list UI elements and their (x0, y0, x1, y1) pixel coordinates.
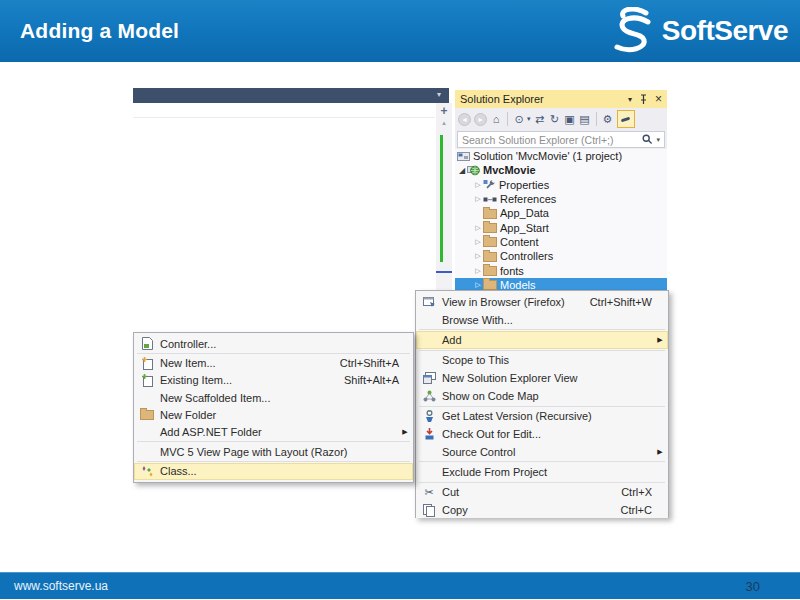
menu-item-existing-item[interactable]: Existing Item... Shift+Alt+A (134, 372, 413, 389)
search-dropdown-icon[interactable]: ▾ (656, 136, 660, 144)
existing-item-icon (134, 374, 160, 387)
tree-item-label: Properties (499, 179, 549, 191)
scrollbar-tracking-indicator (440, 135, 443, 262)
search-icon[interactable] (642, 134, 653, 145)
menu-item-label: Add (442, 334, 654, 346)
menu-item-new-item[interactable]: New Item... Ctrl+Shift+A (134, 355, 413, 372)
tree-item-label: Content (500, 236, 539, 248)
refresh-button[interactable]: ↻ (549, 112, 561, 126)
menu-item-label: Source Control (442, 446, 654, 458)
show-all-files-icon: ▣ (564, 113, 574, 126)
menu-item-new-folder[interactable]: New Folder (134, 406, 413, 423)
tree-item-properties[interactable]: ▷ Properties (455, 178, 667, 192)
menu-item-label: Existing Item... (160, 374, 344, 386)
menu-item-show-on-code-map[interactable]: Show on Code Map (416, 387, 668, 405)
menu-item-label: Add ASP.NET Folder (160, 426, 399, 438)
back-button[interactable]: ◂ (458, 113, 471, 126)
close-icon[interactable]: × (655, 94, 662, 104)
tree-item-mvcmovie[interactable]: ◢ MvcMovie (455, 163, 667, 177)
menu-item-get-latest-version[interactable]: Get Latest Version (Recursive) (416, 407, 668, 425)
tree-item-references[interactable]: ▷ References (455, 192, 667, 206)
expander-collapsed-icon[interactable]: ▷ (473, 238, 483, 246)
menu-item-cut[interactable]: ✂ Cut Ctrl+X (416, 483, 668, 501)
tree-item-content[interactable]: ▷ Content (455, 235, 667, 249)
menu-item-label: Exclude From Project (442, 466, 666, 478)
expander-collapsed-icon[interactable]: ▷ (473, 281, 483, 289)
menu-item-label: Scope to This (442, 354, 666, 366)
show-all-files-button[interactable]: ▣ (564, 112, 576, 126)
collapse-all-button[interactable]: ⊙ (513, 112, 525, 126)
menu-item-label: Check Out for Edit... (442, 428, 666, 440)
search-placeholder: Search Solution Explorer (Ctrl+;) (462, 134, 642, 146)
expander-collapsed-icon[interactable]: ▷ (473, 267, 483, 275)
chevron-down-icon[interactable]: ▾ (437, 90, 441, 100)
tree-item-controllers[interactable]: ▷ Controllers (455, 249, 667, 263)
tree-item-app-data[interactable]: App_Data (455, 206, 667, 220)
view-code-button[interactable]: ▤ (579, 112, 591, 126)
menu-item-label: Copy (442, 504, 621, 516)
search-input[interactable]: Search Solution Explorer (Ctrl+;) ▾ (457, 131, 665, 148)
collapse-all-dropdown-icon[interactable]: ▾ (527, 115, 531, 123)
properties-button[interactable]: ⚙ (602, 112, 614, 126)
scroll-up-icon[interactable]: ▲ (436, 120, 452, 126)
menu-item-shortcut: Ctrl+Shift+A (340, 357, 399, 369)
expander-collapsed-icon[interactable]: ▷ (473, 195, 483, 203)
new-view-icon (416, 372, 442, 384)
expander-expanded-icon[interactable]: ◢ (457, 166, 467, 175)
solution-explorer-titlebar[interactable]: Solution Explorer ▾ × (455, 90, 667, 108)
menu-item-shortcut: Ctrl+Shift+W (590, 296, 652, 308)
tree-item-label: Models (500, 279, 535, 291)
menu-item-exclude-from-project[interactable]: Exclude From Project (416, 463, 668, 481)
menu-item-label: New Item... (160, 357, 340, 369)
forward-button[interactable]: ▸ (474, 113, 487, 126)
tree-item-label: Controllers (500, 250, 553, 262)
menu-item-view-in-browser[interactable]: View in Browser (Firefox) Ctrl+Shift+W (416, 293, 668, 311)
code-map-icon (416, 390, 442, 402)
menu-item-browse-with[interactable]: Browse With... (416, 311, 668, 329)
menu-item-mvc5-view-page-with-layout[interactable]: MVC 5 View Page with Layout (Razor) (134, 443, 413, 460)
splitter-handle-icon[interactable]: + (436, 104, 452, 118)
menu-item-label: View in Browser (Firefox) (442, 296, 590, 308)
menu-item-source-control[interactable]: Source Control ▶ (416, 443, 668, 461)
menu-item-new-scaffolded-item[interactable]: New Scaffolded Item... (134, 389, 413, 406)
page-title: Adding a Model (20, 19, 179, 43)
window-menu-icon[interactable]: ▾ (628, 95, 632, 104)
menu-item-add-aspnet-folder[interactable]: Add ASP.NET Folder ▶ (134, 423, 413, 440)
menu-item-scope-to-this[interactable]: Scope to This (416, 351, 668, 369)
tree-item-fonts[interactable]: ▷ fonts (455, 263, 667, 277)
collapse-all-icon: ⊙ (514, 113, 523, 126)
check-out-icon (416, 427, 442, 440)
menu-item-controller[interactable]: Controller... (134, 335, 413, 352)
search-row: Search Solution Explorer (Ctrl+;) ▾ (455, 130, 667, 149)
pin-icon[interactable] (639, 94, 648, 105)
menu-item-shortcut: Shift+Alt+A (344, 374, 399, 386)
menu-item-label: New Folder (160, 409, 411, 421)
tree-item-app-start[interactable]: ▷ App_Start (455, 220, 667, 234)
menu-item-label: Cut (442, 486, 621, 498)
folder-icon (483, 252, 497, 262)
add-submenu: Controller... New Item... Ctrl+Shift+A E… (133, 332, 414, 483)
menu-item-add[interactable]: Add ▶ (416, 331, 668, 349)
softserve-logo: SoftServe (610, 7, 788, 55)
menu-item-check-out-for-edit[interactable]: Check Out for Edit... (416, 425, 668, 443)
wrench-icon: ⚙ (603, 113, 613, 126)
menu-item-class[interactable]: Class... (134, 463, 413, 480)
softserve-logo-text: SoftServe (662, 15, 788, 47)
tree-item-solution[interactable]: Solution 'MvcMovie' (1 project) (455, 149, 667, 163)
menu-item-copy[interactable]: Copy Ctrl+C (416, 501, 668, 518)
context-menu: View in Browser (Firefox) Ctrl+Shift+W B… (415, 290, 669, 518)
scrollbar-caret-marker (436, 271, 452, 273)
home-button[interactable]: ⌂ (490, 112, 502, 126)
toolbar-separator (596, 112, 597, 126)
slide-footer: www.softserve.ua 30 (0, 572, 800, 599)
sync-button[interactable]: ⇄ (534, 112, 546, 126)
toolbar-separator (507, 112, 508, 126)
tree-item-label: Solution 'MvcMovie' (1 project) (473, 150, 622, 162)
menu-item-new-solution-explorer-view[interactable]: New Solution Explorer View (416, 369, 668, 387)
menu-item-shortcut: Ctrl+C (621, 504, 652, 516)
expander-collapsed-icon[interactable]: ▷ (473, 224, 483, 232)
expander-collapsed-icon[interactable]: ▷ (473, 252, 483, 260)
folder-icon (483, 280, 497, 290)
preview-selected-items-toggle[interactable] (617, 110, 635, 128)
expander-collapsed-icon[interactable]: ▷ (473, 181, 483, 189)
